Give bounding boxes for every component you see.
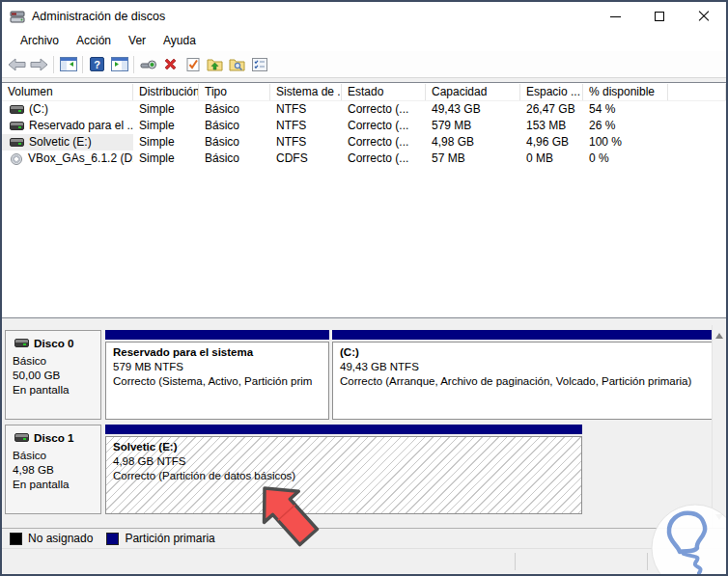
volume-cell: Correcto (... — [342, 151, 426, 167]
back-arrow-icon — [8, 58, 26, 71]
volume-cell: Simple — [133, 151, 199, 167]
partition[interactable]: Reservado para el sistema579 MB NTFSCorr… — [105, 330, 329, 420]
partition-size: 579 MB NTFS — [113, 360, 322, 374]
volume-cell: NTFS — [270, 101, 342, 118]
hard-disk-icon — [14, 339, 29, 347]
disk-header[interactable]: Disco 1Básico4,98 GBEn pantalla — [5, 425, 101, 514]
show-console-tree-button[interactable] — [57, 54, 79, 75]
scan-disks-button[interactable] — [137, 54, 159, 75]
maximize-icon — [655, 12, 664, 21]
mark-partition-button[interactable] — [182, 54, 204, 75]
pane-splitter[interactable] — [2, 318, 726, 325]
help-icon: ? — [90, 57, 104, 71]
menubar: ArchivoAcciónVerAyuda — [2, 31, 726, 51]
volume-row[interactable]: Solvetic (E:)SimpleBásicoNTFSCorrecto (.… — [2, 134, 726, 151]
volume-cell: Básico — [199, 134, 270, 151]
legend-label: No asignado — [28, 532, 93, 545]
toolbar-separator — [133, 56, 134, 73]
volume-cell: 57 MB — [426, 151, 520, 167]
disk-row: Disco 1Básico4,98 GBEn pantallaSolvetic … — [5, 425, 709, 514]
volume-cell: Correcto (... — [342, 101, 426, 118]
disk-band: Reservado para el sistema579 MB NTFSCorr… — [105, 330, 716, 420]
close-button[interactable] — [682, 2, 726, 31]
open-folder-button[interactable] — [204, 54, 226, 75]
disk-band: Solvetic (E:)4,98 GB NTFSCorrecto (Parti… — [105, 425, 585, 514]
volume-cell: 26,47 GB — [520, 101, 583, 118]
minimize-button[interactable] — [593, 2, 637, 31]
maximize-button[interactable] — [637, 2, 682, 31]
volume-list-header: VolumenDistribuciónTipoSistema de ...Est… — [2, 83, 726, 101]
menu-item-archivo[interactable]: Archivo — [12, 32, 68, 50]
folder-up-icon — [207, 57, 223, 71]
folder-search-icon — [229, 57, 245, 71]
graph-scrollbar[interactable] — [712, 325, 726, 528]
view-options-button[interactable] — [248, 54, 270, 75]
volume-cell: 100 % — [583, 134, 668, 151]
menu-item-ayuda[interactable]: Ayuda — [154, 32, 205, 50]
volume-cell: NTFS — [270, 134, 342, 151]
volume-cell: Correcto (... — [342, 134, 426, 151]
partition-title: (C:) — [340, 345, 706, 360]
volume-cell: Simple — [133, 134, 199, 151]
document-check-icon — [186, 57, 200, 72]
checklist-icon — [252, 58, 267, 71]
volume-cell: NTFS — [270, 118, 342, 134]
partition-size: 4,98 GB NTFS — [113, 454, 574, 469]
volume-cell: 579 MB — [426, 118, 520, 134]
disk-size: 4,98 GB — [13, 462, 94, 477]
scroll-up-icon[interactable] — [715, 333, 723, 339]
volume-name-cell: Solvetic (E:) — [2, 134, 133, 151]
minimize-icon — [610, 16, 621, 17]
menu-item-accin[interactable]: Acción — [68, 32, 120, 50]
disk-status: En pantalla — [13, 382, 94, 397]
partition[interactable]: Solvetic (E:)4,98 GB NTFSCorrecto (Parti… — [105, 425, 582, 514]
column-header[interactable]: % disponible — [583, 84, 668, 100]
help-button[interactable]: ? — [86, 54, 108, 75]
legend-swatch — [106, 533, 119, 545]
delete-volume-button[interactable] — [159, 54, 182, 75]
back-button[interactable] — [6, 54, 28, 75]
scan-icon — [140, 58, 157, 71]
disk-row: Disco 0Básico50,00 GBEn pantallaReservad… — [5, 330, 709, 420]
legend-bar: No asignadoPartición primaria — [2, 528, 726, 548]
volume-row[interactable]: Reservado para el ...SimpleBásicoNTFSCor… — [2, 118, 726, 134]
volume-row[interactable]: (C:)SimpleBásicoNTFSCorrecto (...49,43 G… — [2, 101, 726, 118]
partition-box[interactable]: (C:)49,43 GB NTFSCorrecto (Arranque, Arc… — [332, 342, 714, 420]
disk-name: Disco 1 — [34, 430, 74, 445]
forward-arrow-icon — [30, 58, 48, 71]
volume-cell: CDFS — [270, 151, 342, 167]
forward-button[interactable] — [28, 54, 50, 75]
volume-row[interactable]: VBox_GAs_6.1.2 (D:)SimpleBásicoCDFSCorre… — [2, 151, 726, 167]
column-header[interactable]: Volumen — [2, 84, 133, 100]
partition-box[interactable]: Reservado para el sistema579 MB NTFSCorr… — [105, 342, 329, 420]
column-header[interactable]: Distribución — [133, 84, 199, 100]
column-header[interactable]: Capacidad — [426, 84, 520, 100]
partition-status: Correcto (Partición de datos básicos) — [113, 469, 574, 483]
close-icon — [698, 11, 710, 22]
window-title: Administración de discos — [32, 10, 165, 23]
scroll-down-icon[interactable] — [715, 514, 723, 520]
column-header[interactable]: Sistema de ... — [270, 84, 342, 100]
volume-cell: Simple — [133, 118, 199, 134]
column-header[interactable]: Estado — [342, 84, 426, 100]
menu-item-ver[interactable]: Ver — [120, 32, 154, 50]
volume-cell: Básico — [199, 101, 270, 118]
partition-box[interactable]: Solvetic (E:)4,98 GB NTFSCorrecto (Parti… — [105, 436, 582, 514]
hard-disk-icon — [10, 105, 24, 114]
column-header[interactable]: Tipo — [199, 84, 270, 100]
disk-header[interactable]: Disco 0Básico50,00 GBEn pantalla — [5, 330, 101, 420]
cd-drive-icon — [11, 153, 22, 165]
partition[interactable]: (C:)49,43 GB NTFSCorrecto (Arranque, Arc… — [332, 330, 714, 420]
partition-status: Correcto (Arranque, Archivo de paginació… — [340, 374, 706, 389]
hard-disk-icon — [10, 138, 24, 147]
partition-title: Solvetic (E:) — [113, 440, 574, 454]
explore-folder-button[interactable] — [226, 54, 248, 75]
partition-size: 49,43 GB NTFS — [340, 360, 706, 374]
disk-type: Básico — [13, 448, 94, 462]
partition-type-bar — [105, 425, 582, 434]
volume-cell: Básico — [199, 118, 270, 134]
show-action-pane-button[interactable] — [108, 54, 130, 75]
column-header[interactable]: Espacio ... — [520, 84, 583, 100]
volume-name-cell: (C:) — [2, 101, 133, 118]
status-bar — [2, 548, 726, 574]
